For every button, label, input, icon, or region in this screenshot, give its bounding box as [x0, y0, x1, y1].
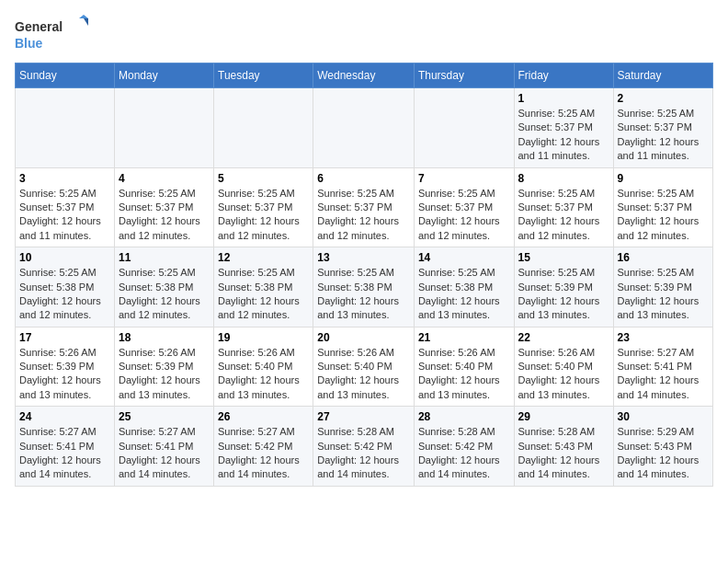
day-number: 27	[317, 410, 410, 423]
calendar-cell: 26Sunrise: 5:27 AM Sunset: 5:42 PM Dayli…	[214, 407, 313, 487]
header-day: Saturday	[613, 63, 713, 88]
day-number: 23	[618, 331, 710, 344]
day-number: 22	[518, 331, 609, 344]
calendar-cell: 23Sunrise: 5:27 AM Sunset: 5:41 PM Dayli…	[613, 327, 713, 407]
day-number: 29	[518, 410, 609, 423]
day-number: 2	[618, 92, 710, 105]
calendar-cell: 13Sunrise: 5:25 AM Sunset: 5:38 PM Dayli…	[313, 247, 415, 327]
day-info: Sunrise: 5:25 AM Sunset: 5:37 PM Dayligh…	[618, 187, 710, 244]
day-number: 15	[518, 251, 609, 264]
day-info: Sunrise: 5:25 AM Sunset: 5:37 PM Dayligh…	[317, 187, 410, 244]
day-number: 21	[418, 331, 510, 344]
day-info: Sunrise: 5:26 AM Sunset: 5:39 PM Dayligh…	[119, 346, 210, 403]
calendar-cell: 1Sunrise: 5:25 AM Sunset: 5:37 PM Daylig…	[514, 88, 613, 168]
calendar-cell: 29Sunrise: 5:28 AM Sunset: 5:43 PM Dayli…	[514, 407, 613, 487]
day-info: Sunrise: 5:26 AM Sunset: 5:40 PM Dayligh…	[317, 346, 410, 403]
day-number: 28	[418, 410, 510, 423]
day-info: Sunrise: 5:25 AM Sunset: 5:38 PM Dayligh…	[418, 266, 510, 323]
calendar-cell	[414, 88, 514, 168]
calendar-cell: 18Sunrise: 5:26 AM Sunset: 5:39 PM Dayli…	[115, 327, 214, 407]
day-info: Sunrise: 5:28 AM Sunset: 5:43 PM Dayligh…	[518, 425, 609, 482]
header-day: Wednesday	[313, 63, 415, 88]
day-info: Sunrise: 5:25 AM Sunset: 5:38 PM Dayligh…	[119, 266, 210, 323]
calendar-cell: 30Sunrise: 5:29 AM Sunset: 5:43 PM Dayli…	[613, 407, 713, 487]
calendar-week-row: 24Sunrise: 5:27 AM Sunset: 5:41 PM Dayli…	[16, 407, 713, 487]
day-number: 26	[218, 410, 309, 423]
calendar-cell: 7Sunrise: 5:25 AM Sunset: 5:37 PM Daylig…	[414, 167, 514, 247]
calendar-cell: 17Sunrise: 5:26 AM Sunset: 5:39 PM Dayli…	[16, 327, 115, 407]
calendar-week-row: 17Sunrise: 5:26 AM Sunset: 5:39 PM Dayli…	[16, 327, 713, 407]
day-info: Sunrise: 5:25 AM Sunset: 5:38 PM Dayligh…	[19, 266, 110, 323]
day-info: Sunrise: 5:27 AM Sunset: 5:41 PM Dayligh…	[19, 425, 110, 482]
day-number: 13	[317, 251, 410, 264]
day-number: 20	[317, 331, 410, 344]
day-number: 17	[19, 331, 110, 344]
header-day: Sunday	[16, 63, 115, 88]
day-number: 1	[518, 92, 609, 105]
day-info: Sunrise: 5:25 AM Sunset: 5:37 PM Dayligh…	[218, 187, 309, 244]
day-info: Sunrise: 5:25 AM Sunset: 5:39 PM Dayligh…	[518, 266, 609, 323]
calendar-week-row: 10Sunrise: 5:25 AM Sunset: 5:38 PM Dayli…	[16, 247, 713, 327]
header-row: SundayMondayTuesdayWednesdayThursdayFrid…	[16, 63, 713, 88]
calendar-cell: 6Sunrise: 5:25 AM Sunset: 5:37 PM Daylig…	[313, 167, 415, 247]
calendar-cell: 16Sunrise: 5:25 AM Sunset: 5:39 PM Dayli…	[613, 247, 713, 327]
day-number: 14	[418, 251, 510, 264]
day-info: Sunrise: 5:26 AM Sunset: 5:40 PM Dayligh…	[418, 346, 510, 403]
calendar-cell: 22Sunrise: 5:26 AM Sunset: 5:40 PM Dayli…	[514, 327, 613, 407]
day-info: Sunrise: 5:25 AM Sunset: 5:39 PM Dayligh…	[618, 266, 710, 323]
day-number: 8	[518, 172, 609, 185]
day-info: Sunrise: 5:29 AM Sunset: 5:43 PM Dayligh…	[618, 425, 710, 482]
day-number: 11	[119, 251, 210, 264]
calendar-week-row: 1Sunrise: 5:25 AM Sunset: 5:37 PM Daylig…	[16, 88, 713, 168]
calendar-cell: 15Sunrise: 5:25 AM Sunset: 5:39 PM Dayli…	[514, 247, 613, 327]
day-number: 10	[19, 251, 110, 264]
day-info: Sunrise: 5:26 AM Sunset: 5:40 PM Dayligh…	[518, 346, 609, 403]
day-info: Sunrise: 5:26 AM Sunset: 5:40 PM Dayligh…	[218, 346, 309, 403]
day-info: Sunrise: 5:25 AM Sunset: 5:37 PM Dayligh…	[618, 107, 710, 164]
calendar-cell	[115, 88, 214, 168]
day-number: 25	[119, 410, 210, 423]
day-info: Sunrise: 5:25 AM Sunset: 5:37 PM Dayligh…	[418, 187, 510, 244]
day-number: 5	[218, 172, 309, 185]
day-info: Sunrise: 5:25 AM Sunset: 5:37 PM Dayligh…	[518, 187, 609, 244]
calendar-cell: 11Sunrise: 5:25 AM Sunset: 5:38 PM Dayli…	[115, 247, 214, 327]
day-number: 4	[119, 172, 210, 185]
day-number: 16	[618, 251, 710, 264]
calendar-cell: 9Sunrise: 5:25 AM Sunset: 5:37 PM Daylig…	[613, 167, 713, 247]
day-info: Sunrise: 5:25 AM Sunset: 5:37 PM Dayligh…	[19, 187, 110, 244]
calendar-cell: 2Sunrise: 5:25 AM Sunset: 5:37 PM Daylig…	[613, 88, 713, 168]
calendar-cell: 21Sunrise: 5:26 AM Sunset: 5:40 PM Dayli…	[414, 327, 514, 407]
svg-marker-3	[84, 18, 88, 26]
calendar-cell	[313, 88, 415, 168]
day-info: Sunrise: 5:28 AM Sunset: 5:42 PM Dayligh…	[418, 425, 510, 482]
day-number: 7	[418, 172, 510, 185]
calendar-cell	[16, 88, 115, 168]
calendar-cell: 27Sunrise: 5:28 AM Sunset: 5:42 PM Dayli…	[313, 407, 415, 487]
calendar-cell: 4Sunrise: 5:25 AM Sunset: 5:37 PM Daylig…	[115, 167, 214, 247]
calendar-cell: 12Sunrise: 5:25 AM Sunset: 5:38 PM Dayli…	[214, 247, 313, 327]
svg-text:General: General	[15, 19, 63, 34]
calendar-cell	[214, 88, 313, 168]
day-info: Sunrise: 5:25 AM Sunset: 5:37 PM Dayligh…	[119, 187, 210, 244]
header-day: Monday	[115, 63, 214, 88]
day-number: 18	[119, 331, 210, 344]
calendar-cell: 8Sunrise: 5:25 AM Sunset: 5:37 PM Daylig…	[514, 167, 613, 247]
calendar-cell: 3Sunrise: 5:25 AM Sunset: 5:37 PM Daylig…	[16, 167, 115, 247]
day-number: 6	[317, 172, 410, 185]
header-day: Friday	[514, 63, 613, 88]
day-number: 30	[618, 410, 710, 423]
calendar-table: SundayMondayTuesdayWednesdayThursdayFrid…	[15, 63, 713, 487]
calendar-cell: 20Sunrise: 5:26 AM Sunset: 5:40 PM Dayli…	[313, 327, 415, 407]
header-day: Thursday	[414, 63, 514, 88]
calendar-cell: 5Sunrise: 5:25 AM Sunset: 5:37 PM Daylig…	[214, 167, 313, 247]
svg-text:Blue: Blue	[15, 36, 43, 51]
day-info: Sunrise: 5:27 AM Sunset: 5:42 PM Dayligh…	[218, 425, 309, 482]
logo-svg: General Blue	[15, 15, 88, 55]
day-info: Sunrise: 5:25 AM Sunset: 5:37 PM Dayligh…	[518, 107, 609, 164]
calendar-cell: 10Sunrise: 5:25 AM Sunset: 5:38 PM Dayli…	[16, 247, 115, 327]
day-info: Sunrise: 5:27 AM Sunset: 5:41 PM Dayligh…	[119, 425, 210, 482]
calendar-cell: 24Sunrise: 5:27 AM Sunset: 5:41 PM Dayli…	[16, 407, 115, 487]
calendar-cell: 25Sunrise: 5:27 AM Sunset: 5:41 PM Dayli…	[115, 407, 214, 487]
day-number: 3	[19, 172, 110, 185]
logo: General Blue	[15, 15, 88, 55]
